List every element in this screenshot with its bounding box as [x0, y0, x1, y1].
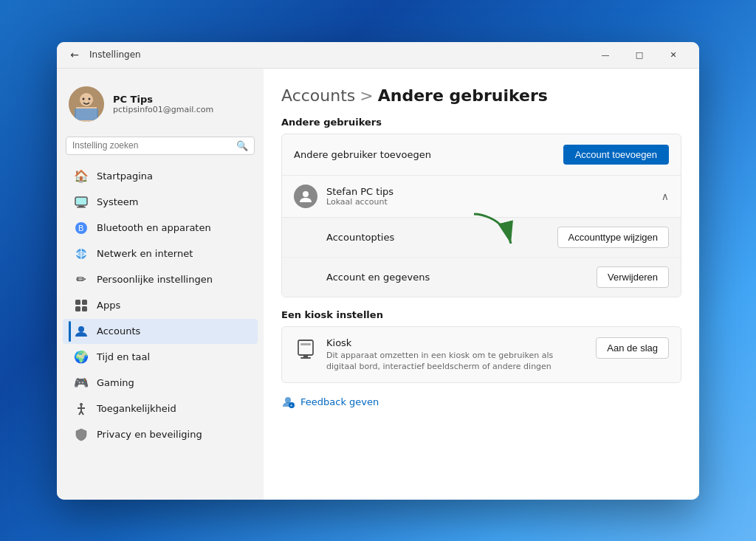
stefan-name: Stefan PC tips — [326, 186, 662, 197]
feedback-link[interactable]: + Feedback geven — [281, 395, 681, 408]
add-user-label: Andere gebruiker toevoegen — [294, 149, 563, 160]
kiosk-icon — [294, 337, 317, 361]
accounttype-button[interactable]: Accounttype wijzigen — [557, 227, 669, 248]
window-controls: — □ ✕ — [588, 42, 690, 69]
accounts-icon — [75, 325, 88, 338]
settings-window: ← Instellingen — □ ✕ — [57, 42, 699, 500]
feedback-label: Feedback geven — [300, 396, 379, 407]
personalize-icon: ✏️ — [75, 273, 88, 286]
sidebar-label-gaming: Gaming — [97, 377, 134, 388]
user-row-info: Stefan PC tips Lokaal account — [326, 186, 662, 207]
search-input[interactable] — [72, 140, 232, 151]
avatar — [69, 86, 104, 122]
sidebar-item-apps[interactable]: Apps — [63, 293, 258, 318]
sidebar-label-netwerk: Netwerk en internet — [97, 248, 193, 259]
minimize-button[interactable]: — — [588, 42, 622, 69]
svg-point-5 — [89, 97, 91, 100]
user-sub-options: Accountopties Accounttype wijzigen Accou… — [282, 218, 681, 297]
window-title: Instellingen — [89, 49, 141, 60]
svg-point-4 — [83, 97, 85, 100]
kiosk-button[interactable]: Aan de slag — [596, 337, 669, 359]
sidebar-label-toegankelijkheid: Toegankelijkheid — [97, 403, 176, 414]
user-profile: PC Tips pctipsinfo01@gmail.com — [57, 80, 264, 134]
svg-rect-17 — [75, 306, 80, 311]
titlebar: ← Instellingen — □ ✕ — [57, 42, 699, 69]
svg-rect-27 — [298, 340, 313, 355]
kiosk-row: Kiosk Dit apparaat omzetten in een kiosk… — [282, 327, 681, 383]
apps-icon — [75, 299, 88, 312]
sidebar-item-toegankelijkheid[interactable]: Toegankelijkheid — [63, 396, 258, 421]
sidebar-label-tijd: Tijd en taal — [97, 351, 150, 362]
search-box[interactable]: 🔍 — [66, 137, 255, 155]
svg-rect-29 — [300, 357, 311, 359]
svg-rect-18 — [82, 306, 87, 311]
svg-rect-15 — [75, 300, 80, 305]
nav-list: 🏠 Startpagina Systeem — [57, 164, 264, 447]
sidebar-item-bluetooth[interactable]: B Bluetooth en apparaten — [63, 216, 258, 241]
sidebar-label-accounts: Accounts — [97, 325, 140, 337]
kiosk-card: Kiosk Dit apparaat omzetten in een kiosk… — [281, 326, 681, 384]
maximize-button[interactable]: □ — [622, 42, 656, 69]
back-button[interactable]: ← — [66, 46, 83, 63]
green-arrow — [459, 210, 526, 262]
sidebar-item-startpagina[interactable]: 🏠 Startpagina — [63, 164, 258, 189]
svg-point-20 — [80, 403, 83, 406]
sidebar-item-gaming[interactable]: 🎮 Gaming — [63, 371, 258, 396]
user-name: PC Tips — [113, 94, 213, 105]
section-title-andere: Andere gebruikers — [281, 117, 681, 128]
sidebar-item-tijd[interactable]: 🌍 Tijd en taal — [63, 345, 258, 370]
sidebar-item-persoonlijk[interactable]: ✏️ Persoonlijke instellingen — [63, 267, 258, 292]
sidebar-item-privacy[interactable]: Privacy en beveiliging — [63, 422, 258, 447]
svg-rect-9 — [77, 207, 86, 208]
sidebar-label-systeem: Systeem — [97, 196, 138, 207]
time-icon: 🌍 — [75, 351, 88, 364]
add-user-row: Andere gebruiker toevoegen Account toevo… — [282, 134, 681, 176]
home-icon: 🏠 — [75, 170, 88, 183]
content-area: PC Tips pctipsinfo01@gmail.com 🔍 🏠 Start… — [57, 69, 699, 500]
breadcrumb: Accounts > Andere gebruikers — [281, 86, 681, 105]
andere-gebruikers-card: Andere gebruiker toevoegen Account toevo… — [281, 134, 681, 297]
user-info: PC Tips pctipsinfo01@gmail.com — [113, 94, 213, 114]
breadcrumb-current: Andere gebruikers — [378, 86, 548, 105]
sidebar-label-privacy: Privacy en beveiliging — [97, 429, 202, 440]
main-content: Accounts > Andere gebruikers Andere gebr… — [264, 69, 699, 500]
gaming-icon: 🎮 — [75, 376, 88, 390]
sidebar: PC Tips pctipsinfo01@gmail.com 🔍 🏠 Start… — [57, 69, 264, 500]
svg-rect-30 — [300, 343, 311, 345]
gegevens-label: Account en gegevens — [326, 272, 597, 283]
accessibility-icon — [75, 402, 88, 416]
sidebar-item-netwerk[interactable]: Netwerk en internet — [63, 241, 258, 266]
sidebar-label-bluetooth: Bluetooth en apparaten — [97, 222, 211, 233]
sidebar-item-accounts[interactable]: Accounts — [63, 319, 258, 344]
chevron-up-icon[interactable]: ∧ — [662, 190, 669, 202]
add-account-button[interactable]: Account toevoegen — [563, 145, 669, 165]
svg-rect-7 — [75, 197, 87, 205]
svg-rect-16 — [82, 300, 87, 305]
network-icon — [75, 247, 88, 261]
kiosk-title: Kiosk — [326, 337, 584, 348]
bluetooth-icon: B — [75, 221, 88, 235]
verwijderen-button[interactable]: Verwijderen — [597, 266, 669, 288]
kiosk-info: Kiosk Dit apparaat omzetten in een kiosk… — [326, 337, 584, 373]
system-icon — [75, 196, 88, 209]
breadcrumb-parent: Accounts — [281, 86, 355, 105]
privacy-icon — [75, 428, 88, 441]
svg-text:+: + — [290, 403, 293, 408]
svg-point-31 — [285, 397, 291, 403]
account-gegevens-row: Account en gegevens Verwijderen — [282, 258, 681, 297]
svg-point-19 — [78, 326, 84, 332]
sidebar-item-systeem[interactable]: Systeem — [63, 190, 258, 215]
svg-point-25 — [303, 191, 309, 197]
svg-rect-6 — [75, 108, 98, 120]
user-email: pctipsinfo01@gmail.com — [113, 105, 213, 114]
kiosk-description: Dit apparaat omzetten in een kiosk om te… — [326, 350, 584, 373]
user-avatar-icon — [294, 185, 317, 208]
search-icon: 🔍 — [236, 140, 248, 151]
feedback-icon: + — [281, 395, 295, 408]
section-title-kiosk: Een kiosk instellen — [281, 309, 681, 320]
close-button[interactable]: ✕ — [656, 42, 690, 69]
sidebar-label-persoonlijk: Persoonlijke instellingen — [97, 274, 213, 285]
svg-text:B: B — [78, 224, 83, 232]
breadcrumb-separator: > — [360, 86, 373, 105]
svg-line-24 — [81, 411, 83, 415]
